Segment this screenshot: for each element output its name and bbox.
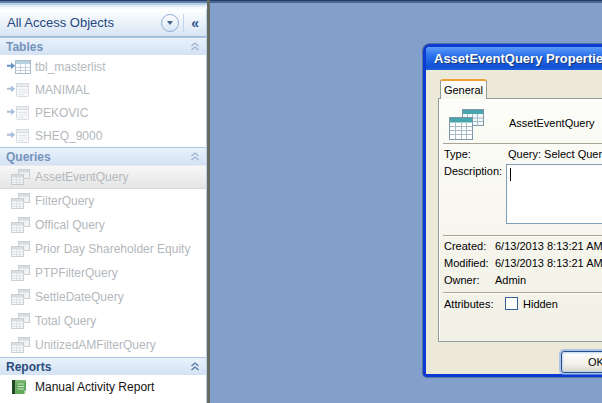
- nav-item-label: FilterQuery: [35, 194, 94, 208]
- nav-item-label: Offical Query: [35, 218, 105, 232]
- nav-item-label: AssetEventQuery: [35, 170, 128, 184]
- type-value: Query: Select Query: [508, 148, 602, 161]
- hidden-checkbox-label: Hidden: [523, 298, 558, 311]
- nav-item-label: PEKOVIC: [35, 106, 88, 120]
- nav-pane-header[interactable]: All Access Objects «: [0, 9, 206, 37]
- query-icon: [6, 313, 34, 330]
- nav-item-table[interactable]: PEKOVIC: [0, 101, 206, 124]
- query-icon: [6, 193, 34, 210]
- query-icon: [6, 265, 34, 282]
- query-icon: [6, 241, 34, 258]
- created-label: Created:: [444, 240, 486, 253]
- dialog-body: General AssetEventQuery: [426, 70, 602, 374]
- nav-item-table[interactable]: SHEQ_9000: [0, 124, 206, 147]
- query-icon: [6, 169, 34, 186]
- dialog-title: AssetEventQuery Properties: [434, 51, 602, 66]
- nav-item-label: PTPFilterQuery: [35, 266, 118, 280]
- double-chevron-up-icon: [190, 362, 200, 371]
- double-chevron-up-icon: [190, 42, 200, 51]
- nav-item-table[interactable]: tbl_masterlist: [0, 55, 206, 78]
- query-icon: [6, 217, 34, 234]
- nav-item-query-selected[interactable]: AssetEventQuery: [0, 165, 206, 189]
- linked-file-icon: [6, 82, 34, 98]
- query-icon: [6, 289, 34, 306]
- modified-label: Modified:: [444, 257, 489, 270]
- linked-file-icon: [6, 105, 34, 121]
- linked-file-icon: [6, 128, 34, 144]
- separator: [443, 143, 602, 144]
- workspace: AssetEventQuery Properties ✕ General: [210, 0, 602, 403]
- linked-table-icon: [6, 59, 34, 75]
- nav-item-query[interactable]: UnitizedAMFilterQuery: [0, 333, 206, 357]
- nav-item-label: Total Query: [35, 314, 96, 328]
- double-chevron-up-icon: [190, 152, 200, 161]
- nav-item-label: MANIMAL: [35, 83, 90, 97]
- ok-button-label: OK: [588, 356, 602, 368]
- owner-value: Admin: [495, 274, 526, 287]
- nav-item-label: Manual Activity Report: [35, 380, 154, 394]
- owner-label: Owner:: [444, 274, 479, 287]
- nav-item-label: SHEQ_9000: [35, 129, 102, 143]
- section-label: Queries: [6, 150, 190, 164]
- nav-item-query[interactable]: Total Query: [0, 309, 206, 333]
- section-header-reports[interactable]: Reports: [0, 357, 206, 375]
- description-textarea[interactable]: [507, 165, 602, 223]
- properties-dialog: AssetEventQuery Properties ✕ General: [423, 44, 602, 377]
- nav-item-query[interactable]: Offical Query: [0, 213, 206, 237]
- nav-item-table[interactable]: MANIMAL: [0, 78, 206, 101]
- section-label: Tables: [6, 40, 190, 54]
- nav-item-query[interactable]: Prior Day Shareholder Equity: [0, 237, 206, 261]
- modified-value: 6/13/2013 8:13:21 AM: [495, 257, 602, 270]
- created-value: 6/13/2013 8:13:21 AM: [495, 240, 602, 253]
- separator: [443, 292, 602, 293]
- description-label: Description:: [444, 165, 502, 178]
- type-label: Type:: [444, 148, 471, 161]
- query-icon-large: [449, 109, 485, 144]
- nav-pane-menu-button[interactable]: [161, 14, 179, 32]
- ribbon-bottom-edge: [0, 0, 210, 9]
- nav-pane-title: All Access Objects: [7, 15, 161, 30]
- dialog-titlebar[interactable]: AssetEventQuery Properties ✕: [426, 47, 602, 70]
- text-caret: [510, 168, 511, 181]
- hidden-checkbox[interactable]: [505, 297, 518, 310]
- tab-general[interactable]: General: [440, 79, 487, 99]
- navigation-pane: All Access Objects « Tables: [0, 9, 207, 403]
- nav-item-report[interactable]: Manual Activity Report: [0, 375, 206, 398]
- query-icon: [6, 337, 34, 354]
- ok-button[interactable]: OK: [561, 351, 602, 373]
- chevron-down-icon: [167, 21, 173, 25]
- nav-item-label: SettleDateQuery: [35, 290, 124, 304]
- attributes-label: Attributes:: [444, 298, 494, 311]
- access-window: All Access Objects « Tables: [0, 0, 602, 403]
- nav-item-label: tbl_masterlist: [35, 60, 106, 74]
- object-name: AssetEventQuery: [509, 117, 595, 129]
- description-field-frame: [506, 164, 602, 224]
- section-header-tables[interactable]: Tables: [0, 37, 206, 55]
- separator: [443, 235, 602, 236]
- nav-item-label: Prior Day Shareholder Equity: [35, 242, 190, 256]
- section-label: Reports: [6, 360, 190, 374]
- nav-item-label: UnitizedAMFilterQuery: [35, 338, 156, 352]
- tab-label: General: [444, 84, 483, 96]
- header-divider: [183, 14, 184, 32]
- section-header-queries[interactable]: Queries: [0, 147, 206, 165]
- nav-item-query[interactable]: FilterQuery: [0, 189, 206, 213]
- nav-item-query[interactable]: PTPFilterQuery: [0, 261, 206, 285]
- report-icon: [6, 379, 34, 395]
- general-tab-panel: AssetEventQuery Type: Query: Select Quer…: [438, 98, 602, 342]
- shutter-bar-close-button[interactable]: «: [188, 16, 202, 30]
- nav-item-query[interactable]: SettleDateQuery: [0, 285, 206, 309]
